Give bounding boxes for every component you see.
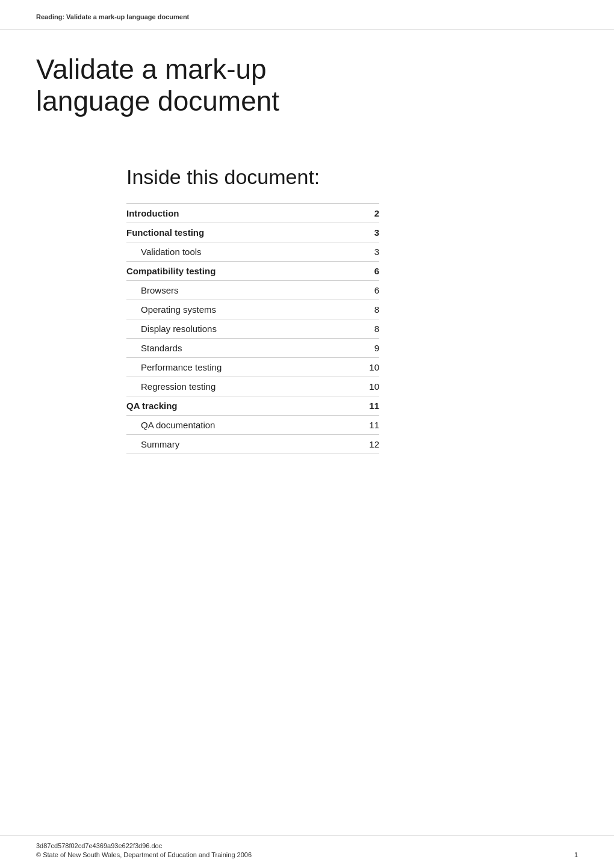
page-title: Validate a mark-up language document xyxy=(36,54,349,117)
toc-page: 11 xyxy=(339,396,379,415)
toc-heading: Inside this document: xyxy=(126,165,578,189)
toc-label: Performance testing xyxy=(126,357,339,377)
toc-page: 8 xyxy=(339,300,379,319)
toc-page: 10 xyxy=(339,377,379,396)
toc-page: 11 xyxy=(339,415,379,434)
toc-label: Regression testing xyxy=(126,377,339,396)
toc-page: 2 xyxy=(339,203,379,223)
toc-page: 6 xyxy=(339,261,379,280)
toc-label: QA documentation xyxy=(126,415,339,434)
toc-label: Standards xyxy=(126,338,339,357)
footer-filename: 3d87cd578f02cd7e4369a93e622f3d96.doc xyxy=(36,842,578,849)
toc-row: Functional testing3 xyxy=(126,223,379,242)
toc-table: Introduction2Functional testing3Validati… xyxy=(126,203,379,454)
footer-copyright: © State of New South Wales, Department o… xyxy=(36,851,252,858)
toc-row: Performance testing10 xyxy=(126,357,379,377)
toc-page: 9 xyxy=(339,338,379,357)
toc-section: Inside this document: Introduction2Funct… xyxy=(126,165,578,454)
toc-label: Operating systems xyxy=(126,300,339,319)
toc-label: Validation tools xyxy=(126,242,339,261)
toc-label: Compatibility testing xyxy=(126,261,339,280)
toc-label: Introduction xyxy=(126,203,339,223)
breadcrumb: Reading: Validate a mark-up language doc… xyxy=(36,13,189,20)
toc-row: Browsers6 xyxy=(126,280,379,300)
toc-label: Display resolutions xyxy=(126,319,339,338)
toc-page: 3 xyxy=(339,242,379,261)
toc-row: Compatibility testing6 xyxy=(126,261,379,280)
header-bar: Reading: Validate a mark-up language doc… xyxy=(0,0,614,29)
toc-label: Functional testing xyxy=(126,223,339,242)
toc-row: Summary12 xyxy=(126,434,379,454)
toc-page: 8 xyxy=(339,319,379,338)
footer-page-number: 1 xyxy=(574,851,578,858)
toc-row: Introduction2 xyxy=(126,203,379,223)
toc-page: 3 xyxy=(339,223,379,242)
toc-row: Validation tools3 xyxy=(126,242,379,261)
toc-page: 10 xyxy=(339,357,379,377)
toc-page: 6 xyxy=(339,280,379,300)
toc-row: Standards9 xyxy=(126,338,379,357)
toc-row: QA documentation11 xyxy=(126,415,379,434)
main-content: Validate a mark-up language document Ins… xyxy=(0,29,614,868)
toc-row: Regression testing10 xyxy=(126,377,379,396)
toc-label: Summary xyxy=(126,434,339,454)
toc-row: Operating systems8 xyxy=(126,300,379,319)
footer: 3d87cd578f02cd7e4369a93e622f3d96.doc © S… xyxy=(0,836,614,868)
page-container: Reading: Validate a mark-up language doc… xyxy=(0,0,614,868)
toc-row: QA tracking11 xyxy=(126,396,379,415)
toc-label: Browsers xyxy=(126,280,339,300)
footer-bottom: © State of New South Wales, Department o… xyxy=(36,851,578,858)
toc-row: Display resolutions8 xyxy=(126,319,379,338)
toc-page: 12 xyxy=(339,434,379,454)
toc-label: QA tracking xyxy=(126,396,339,415)
